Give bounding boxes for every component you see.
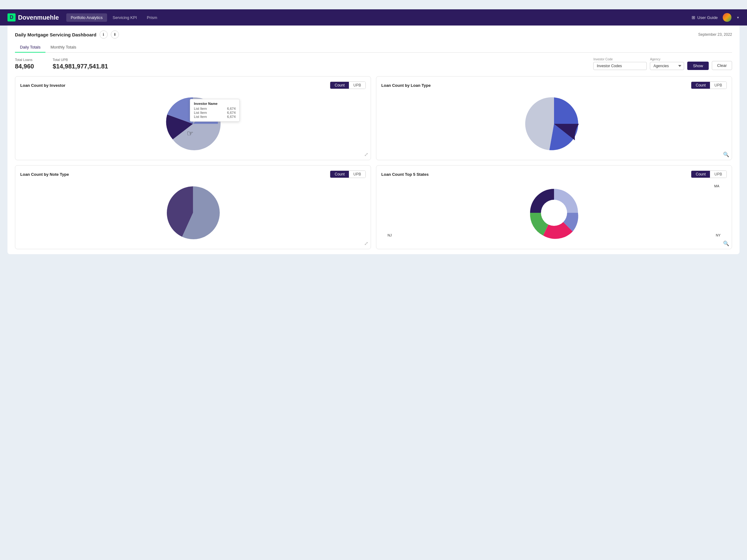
stats-filter-row: Total Loans 84,960 Total UPB $14,981,977…	[15, 58, 732, 70]
chart-note-type-expand-icon[interactable]: ⤢	[364, 240, 368, 246]
chart-top-states-svg	[524, 183, 584, 242]
chart-investor-tooltip: Investor Name List Item 6,674 List Item …	[190, 99, 240, 122]
chart-note-type-title: Loan Count by Note Type	[20, 172, 69, 177]
stats-section: Total Loans 84,960 Total UPB $14,981,977…	[15, 58, 108, 70]
chart-top-states-search-icon[interactable]: 🔍	[723, 240, 729, 246]
navbar: D Dovenmuehle Portfolio Analytics Servic…	[0, 9, 747, 26]
agency-label: Agency	[650, 58, 684, 61]
total-loans-value: 84,960	[15, 63, 34, 70]
chart-investor: Loan Count by Investor Count UPB	[15, 76, 371, 160]
tooltip-row-1: List Item 6,674	[194, 111, 236, 114]
tooltip-row-1-label: List Item	[194, 111, 207, 114]
main-container: Daily Mortgage Servicing Dashboard ℹ ⬇ S…	[7, 26, 740, 254]
brand-name: Dovenmuehle	[18, 14, 59, 21]
chart-loan-type: Loan Count by Loan Type Count UPB	[376, 76, 732, 160]
total-upb-value: $14,981,977,541.81	[53, 63, 108, 70]
chart-loan-type-search-icon[interactable]: 🔍	[723, 152, 729, 157]
page-title-row: Daily Mortgage Servicing Dashboard ℹ ⬇	[15, 30, 119, 38]
tooltip-row-0-value: 6,674	[227, 107, 236, 110]
tooltip-row-2-value: 6,674	[227, 115, 236, 118]
chart-note-type-btns: Count UPB	[330, 170, 366, 178]
total-loans-label: Total Loans	[15, 58, 34, 61]
nav-portfolio-analytics[interactable]: Portfolio Analytics	[66, 14, 107, 22]
chart-investor-btns: Count UPB	[330, 81, 366, 89]
chart-investor-expand-icon[interactable]: ⤢	[364, 152, 368, 157]
show-button[interactable]: Show	[687, 61, 709, 70]
chart-loan-type-area	[381, 93, 727, 155]
tooltip-row-1-value: 6,674	[227, 111, 236, 114]
user-guide-icon: ⊞	[692, 15, 695, 20]
charts-grid: Loan Count by Investor Count UPB	[15, 76, 732, 249]
state-label-nj: NJ	[387, 233, 391, 237]
chart-investor-count-btn[interactable]: Count	[330, 82, 349, 89]
chart-top-states: Loan Count Top 5 States Count UPB	[376, 165, 732, 249]
tooltip-row-2: List Item 6,674	[194, 115, 236, 118]
chart-top-states-title: Loan Count Top 5 States	[381, 172, 429, 177]
investor-code-filter: Investor Code	[593, 58, 647, 70]
tooltip-row-2-label: List Item	[194, 115, 207, 118]
download-button[interactable]: ⬇	[111, 30, 119, 38]
total-upb-label: Total UPB	[53, 58, 108, 61]
chart-investor-header: Loan Count by Investor Count UPB	[20, 81, 366, 89]
chart-note-type-svg	[163, 183, 223, 242]
agency-filter: Agency Agencies	[650, 58, 684, 70]
nav-right: ⊞ User Guide ▼	[692, 13, 740, 22]
chart-note-type-area	[20, 182, 366, 244]
download-icon: ⬇	[113, 32, 117, 37]
chart-loan-type-upb-btn[interactable]: UPB	[710, 82, 726, 89]
user-dropdown-icon[interactable]: ▼	[737, 16, 740, 19]
info-button[interactable]: ℹ	[100, 30, 108, 38]
chart-investor-upb-btn[interactable]: UPB	[349, 82, 365, 89]
user-guide-label: User Guide	[697, 15, 718, 20]
chart-top-states-header: Loan Count Top 5 States Count UPB	[381, 170, 727, 178]
brand: D Dovenmuehle	[7, 14, 59, 22]
chart-top-states-btns: Count UPB	[691, 170, 727, 178]
chart-note-type: Loan Count by Note Type Count UPB ⤢	[15, 165, 371, 249]
tabs: Daily Totals Monthly Totals	[15, 42, 732, 53]
total-upb-stat: Total UPB $14,981,977,541.81	[53, 58, 108, 70]
tooltip-row-0-label: List Item	[194, 107, 207, 110]
state-label-ny: NY	[716, 233, 721, 237]
chart-loan-type-title: Loan Count by Loan Type	[381, 83, 431, 88]
nav-servicing-kpi[interactable]: Servicing KPI	[108, 14, 141, 22]
state-label-ma: MA	[714, 184, 720, 188]
chart-loan-type-svg	[524, 94, 584, 153]
page-title: Daily Mortgage Servicing Dashboard	[15, 32, 97, 37]
nav-prism[interactable]: Prism	[143, 14, 161, 22]
info-icon: ℹ	[103, 32, 104, 37]
chart-top-states-count-btn[interactable]: Count	[691, 171, 710, 178]
chart-loan-type-header: Loan Count by Loan Type Count UPB	[381, 81, 727, 89]
chart-note-type-upb-btn[interactable]: UPB	[349, 171, 365, 178]
agency-select[interactable]: Agencies	[650, 62, 684, 70]
page-date: September 23, 2022	[698, 32, 732, 37]
chart-top-states-area: MA NY NJ	[381, 182, 727, 244]
chart-investor-title: Loan Count by Investor	[20, 83, 66, 88]
svg-point-0	[541, 200, 567, 226]
chart-note-type-header: Loan Count by Note Type Count UPB	[20, 170, 366, 178]
investor-code-input[interactable]	[593, 62, 647, 70]
page-header: Daily Mortgage Servicing Dashboard ℹ ⬇ S…	[15, 30, 732, 42]
chart-investor-area: Investor Name List Item 6,674 List Item …	[20, 93, 366, 155]
tab-daily-totals[interactable]: Daily Totals	[15, 42, 46, 53]
user-guide-link[interactable]: ⊞ User Guide	[692, 15, 718, 20]
tooltip-title: Investor Name	[194, 102, 236, 105]
total-loans-stat: Total Loans 84,960	[15, 58, 34, 70]
chart-note-type-count-btn[interactable]: Count	[330, 171, 349, 178]
chart-loan-type-count-btn[interactable]: Count	[691, 82, 710, 89]
chart-top-states-upb-btn[interactable]: UPB	[710, 171, 726, 178]
filter-section: Investor Code Agency Agencies Show Clear	[593, 58, 732, 70]
brand-icon: D	[7, 14, 16, 22]
nav-links: Portfolio Analytics Servicing KPI Prism	[66, 14, 692, 22]
tab-monthly-totals[interactable]: Monthly Totals	[46, 42, 81, 53]
user-avatar[interactable]	[723, 13, 731, 22]
tooltip-row-0: List Item 6,674	[194, 107, 236, 110]
investor-code-label: Investor Code	[593, 58, 647, 61]
clear-button[interactable]: Clear	[712, 61, 732, 70]
chart-loan-type-btns: Count UPB	[691, 81, 727, 89]
